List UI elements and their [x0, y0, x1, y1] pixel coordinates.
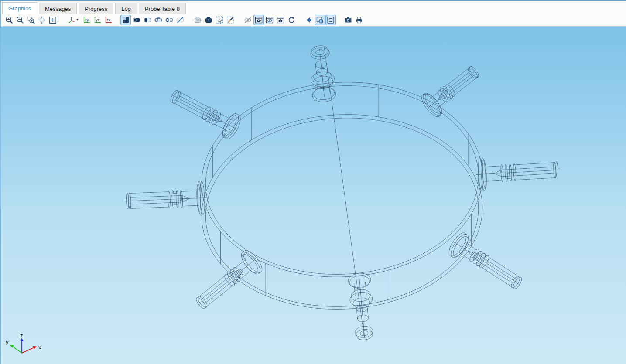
zoom-box-icon [27, 16, 35, 24]
select-edges-icon [154, 16, 163, 24]
paintbrush-icon [226, 16, 235, 24]
select-boundaries-button[interactable] [142, 15, 153, 25]
go-to-xy-view-button[interactable]: xy [81, 15, 92, 25]
capture-tools-group [342, 15, 364, 25]
zx-view-icon: zx [104, 16, 113, 24]
print-button[interactable] [354, 15, 364, 25]
image-snapshot-button[interactable] [343, 15, 353, 25]
xy-view-icon: xy [82, 16, 91, 24]
svg-text:xy: xy [85, 18, 89, 22]
zoom-in-icon [5, 16, 14, 24]
svg-text:zx: zx [106, 18, 111, 22]
x-axis-label: x [38, 344, 41, 350]
scene-tools-group [303, 15, 336, 25]
tab-graphics[interactable]: Graphics [2, 2, 37, 14]
zoom-box-button[interactable] [26, 15, 36, 25]
chevron-down-icon: ▾ [76, 18, 78, 22]
select-edges-button[interactable] [153, 15, 164, 25]
tab-label: Progress [85, 6, 107, 12]
tab-label: Probe Table 8 [145, 6, 180, 12]
wireframe-rendering-button[interactable] [325, 15, 336, 25]
speaker-icon [304, 16, 313, 24]
paintbrush-select-button[interactable] [225, 15, 236, 25]
sound-button[interactable] [304, 15, 314, 25]
show-material-color-button[interactable] [192, 15, 203, 25]
tab-label: Messages [45, 6, 71, 12]
select-boundaries-icon [143, 16, 152, 24]
select-box-button[interactable] [214, 15, 225, 25]
tab-messages[interactable]: Messages [39, 3, 77, 14]
default-view-icon [67, 16, 76, 24]
select-box-icon [215, 16, 224, 24]
zoom-to-selection-icon [48, 16, 57, 24]
tab-probe-table-8[interactable]: Probe Table 8 [139, 3, 186, 14]
axis-triad: zxy [3, 333, 45, 360]
view-hidden-icon [265, 16, 274, 24]
tab-label: Graphics [8, 5, 31, 12]
transparency-button[interactable] [315, 15, 325, 25]
graphics-toolbar: ▾xyyzzx [1, 14, 626, 27]
deactivate-selection-button[interactable] [175, 15, 185, 25]
tab-progress[interactable]: Progress [79, 3, 113, 14]
transparency-icon [315, 16, 324, 24]
hide-tools-group [242, 15, 297, 25]
zoom-out-icon [16, 16, 24, 24]
zoom-tools-group [3, 15, 58, 25]
reset-arrow-icon [287, 16, 296, 24]
select-points-button[interactable] [164, 15, 174, 25]
printer-icon [355, 16, 363, 24]
select-domains-button[interactable] [131, 15, 142, 25]
graphics-canvas[interactable]: zxy [1, 27, 626, 364]
view-tools-group: ▾xyyzzx [65, 15, 113, 25]
wireframe-icon [326, 16, 335, 24]
select-points-icon [165, 16, 174, 24]
tab-label: Log [121, 6, 131, 12]
graphics-window: GraphicsMessagesProgressLogProbe Table 8… [0, 0, 626, 364]
reset-hiding-button[interactable] [286, 15, 297, 25]
tab-bar: GraphicsMessagesProgressLogProbe Table 8 [1, 1, 626, 14]
view-unhidden-icon [254, 16, 263, 24]
tab-log[interactable]: Log [115, 3, 137, 14]
select-objects-icon [121, 16, 130, 24]
svg-text:yz: yz [96, 18, 100, 22]
zoom-extents-button[interactable] [37, 15, 47, 25]
selection-display-group [192, 15, 236, 25]
material-box-light-icon [193, 16, 202, 24]
go-to-zx-view-button[interactable]: zx [103, 15, 113, 25]
view-unhidden-only-button[interactable] [253, 15, 264, 25]
go-to-yz-view-button[interactable]: yz [92, 15, 103, 25]
material-box-dark-icon [204, 16, 213, 24]
zoom-in-button[interactable] [4, 15, 14, 25]
y-axis-label: y [6, 339, 9, 345]
select-domains-icon [132, 16, 141, 24]
view-all-button[interactable] [275, 15, 286, 25]
zoom-out-button[interactable] [15, 15, 25, 25]
show-selection-colors-button[interactable] [203, 15, 214, 25]
wireframe-model [1, 27, 626, 364]
z-axis-label: z [20, 333, 23, 339]
zoom-extents-icon [38, 16, 46, 24]
yz-view-icon: yz [93, 16, 102, 24]
zoom-to-selection-button[interactable] [48, 15, 58, 25]
selection-filters-group [120, 15, 185, 25]
hide-geometric-entities-button[interactable] [243, 15, 253, 25]
deactivate-selection-icon [176, 16, 185, 24]
eye-slash-icon [243, 16, 252, 24]
view-all-icon [276, 16, 285, 24]
view-hidden-only-button[interactable] [264, 15, 275, 25]
camera-icon [344, 16, 352, 24]
go-to-default-3d-view-button[interactable]: ▾ [65, 15, 81, 25]
select-objects-button[interactable] [120, 15, 131, 25]
